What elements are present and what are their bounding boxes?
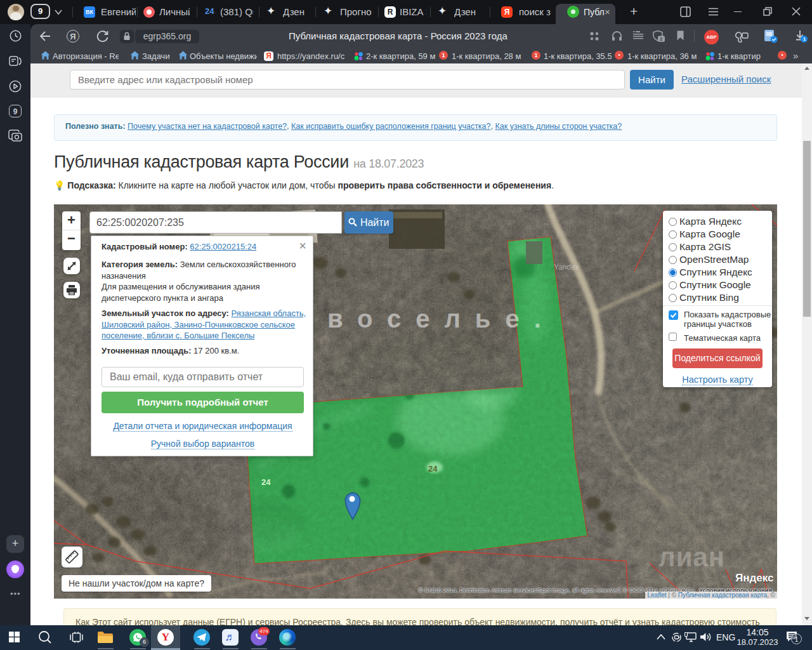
svg-text:Yandex: Yandex xyxy=(554,263,579,272)
svg-text:Yandex: Yandex xyxy=(268,571,294,580)
svg-text:2: 2 xyxy=(660,36,663,42)
svg-text:воселье.: воселье. xyxy=(327,305,556,333)
svg-text:24: 24 xyxy=(261,477,271,487)
svg-text:24: 24 xyxy=(428,464,438,474)
svg-text:лиан: лиан xyxy=(658,542,725,572)
svg-text:1: 1 xyxy=(803,36,806,42)
svg-text:A: A xyxy=(634,30,636,34)
